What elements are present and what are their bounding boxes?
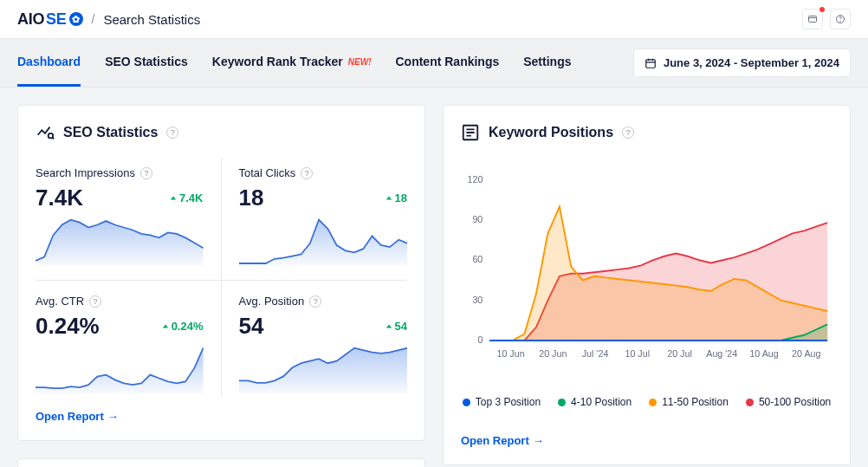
svg-point-2 — [840, 21, 841, 22]
help-tooltip-icon[interactable]: ? — [89, 295, 101, 308]
stat-main-row: 18 18 — [239, 185, 408, 211]
logo[interactable]: AIOSE✿ — [17, 10, 83, 29]
chart-legend: Top 3 Position4-10 Position11-50 Positio… — [461, 396, 832, 408]
legend-item: 11-50 Position — [649, 396, 729, 408]
svg-text:60: 60 — [472, 254, 483, 264]
logo-text-aio: AIO — [17, 10, 44, 29]
notification-dot — [819, 7, 825, 12]
svg-text:30: 30 — [472, 295, 483, 305]
tab-dashboard[interactable]: Dashboard — [17, 39, 81, 87]
sparkline — [239, 217, 408, 265]
new-badge: NEW! — [348, 57, 372, 67]
help-tooltip-icon[interactable]: ? — [140, 167, 152, 179]
tab-label: Keyword Rank Tracker — [212, 55, 343, 68]
svg-text:10 Jul: 10 Jul — [625, 348, 650, 359]
stat-cell: Avg. CTR ? 0.24% 0.24% — [36, 281, 222, 396]
open-report-text: Open Report — [461, 434, 529, 447]
legend-dot — [649, 399, 657, 406]
date-range-text: June 3, 2024 - September 1, 2024 — [664, 56, 839, 69]
stat-label-row: Total Clicks ? — [239, 166, 408, 179]
tabbar: DashboardSEO StatisticsKeyword Rank Trac… — [0, 39, 868, 88]
stat-label: Avg. Position — [239, 295, 305, 308]
stat-main-row: 7.4K 7.4K — [36, 185, 204, 211]
stat-label-row: Search Impressions ? — [36, 166, 204, 179]
svg-text:Aug '24: Aug '24 — [706, 348, 737, 359]
right-column: Keyword Positions ? 030609012010 Jun20 J… — [443, 105, 851, 467]
svg-text:90: 90 — [472, 214, 483, 224]
stat-label: Avg. CTR — [36, 295, 84, 308]
stat-cell: Total Clicks ? 18 18 — [222, 158, 408, 281]
up-arrow-icon — [385, 323, 392, 330]
svg-text:10 Aug: 10 Aug — [749, 348, 778, 359]
legend-label: Top 3 Position — [476, 396, 541, 408]
topbar: AIOSE✿ / Search Statistics — [0, 0, 868, 39]
card-header: SEO Statistics ? — [36, 123, 407, 142]
legend-item: Top 3 Position — [463, 396, 541, 408]
positions-icon — [461, 123, 480, 142]
breadcrumb-separator: / — [92, 12, 95, 26]
stat-change: 7.4K — [170, 191, 203, 204]
help-tooltip-icon[interactable]: ? — [622, 126, 634, 139]
stat-label-row: Avg. Position ? — [239, 295, 408, 308]
svg-text:20 Jun: 20 Jun — [539, 348, 567, 359]
legend-label: 4-10 Position — [571, 396, 632, 408]
sparkline — [36, 217, 204, 265]
up-arrow-icon — [162, 323, 169, 330]
stat-main-row: 0.24% 0.24% — [36, 313, 204, 340]
stat-value: 18 — [239, 185, 264, 211]
keyword-positions-chart: 030609012010 Jun20 JunJul '2410 Jul20 Ju… — [461, 158, 832, 383]
stat-change: 0.24% — [162, 320, 204, 333]
svg-text:0: 0 — [477, 334, 483, 345]
tab-keyword-rank-tracker[interactable]: Keyword Rank TrackerNEW! — [212, 39, 372, 87]
seo-statistics-card: SEO Statistics ? Search Impressions ? 7.… — [17, 105, 425, 441]
content: SEO Statistics ? Search Impressions ? 7.… — [0, 88, 868, 467]
stat-label: Total Clicks — [239, 166, 296, 179]
tabs: DashboardSEO StatisticsKeyword Rank Trac… — [17, 39, 571, 87]
help-tooltip-icon[interactable]: ? — [309, 295, 321, 308]
tab-seo-statistics[interactable]: SEO Statistics — [105, 39, 188, 87]
up-arrow-icon — [385, 195, 392, 202]
stat-value: 0.24% — [36, 313, 100, 340]
arrow-right-icon: → — [533, 434, 544, 447]
help-icon[interactable] — [830, 9, 851, 29]
tab-label: Settings — [523, 55, 571, 68]
tab-content-rankings[interactable]: Content Rankings — [395, 39, 499, 87]
stat-change: 18 — [385, 191, 407, 204]
stat-value: 7.4K — [36, 185, 83, 211]
svg-text:20 Jul: 20 Jul — [667, 348, 692, 359]
svg-rect-3 — [646, 59, 656, 67]
legend-item: 4-10 Position — [558, 396, 632, 408]
stat-cell: Avg. Position ? 54 54 — [222, 281, 408, 396]
card-title: SEO Statistics — [63, 125, 158, 140]
help-tooltip-icon[interactable]: ? — [166, 126, 178, 139]
calendar-icon — [645, 57, 657, 69]
sparkline — [239, 345, 408, 393]
stat-label-row: Avg. CTR ? — [36, 295, 204, 308]
up-arrow-icon — [170, 195, 177, 202]
notifications-icon[interactable] — [802, 9, 823, 29]
open-report-text: Open Report — [36, 410, 104, 423]
tab-label: SEO Statistics — [105, 55, 188, 68]
statistics-icon — [36, 123, 55, 142]
tab-label: Dashboard — [17, 55, 81, 68]
legend-dot — [746, 399, 754, 406]
topbar-left: AIOSE✿ / Search Statistics — [17, 10, 200, 29]
sparkline — [36, 345, 204, 393]
svg-text:10 Jun: 10 Jun — [496, 348, 524, 359]
open-report-link[interactable]: Open Report → — [36, 410, 407, 423]
svg-text:Jul '24: Jul '24 — [582, 348, 609, 359]
left-column: SEO Statistics ? Search Impressions ? 7.… — [17, 105, 425, 467]
legend-item: 50-100 Position — [746, 396, 831, 408]
topbar-right — [802, 9, 851, 29]
legend-dot — [463, 399, 470, 406]
date-range-picker[interactable]: June 3, 2024 - September 1, 2024 — [633, 49, 851, 77]
tab-settings[interactable]: Settings — [523, 39, 571, 87]
legend-dot — [558, 399, 566, 406]
tab-label: Content Rankings — [395, 55, 499, 68]
card-header: Keyword Positions ? — [461, 123, 832, 142]
svg-text:20 Aug: 20 Aug — [792, 348, 820, 359]
stat-change: 54 — [385, 320, 407, 333]
legend-label: 11-50 Position — [662, 396, 729, 408]
open-report-link[interactable]: Open Report → — [461, 434, 832, 447]
help-tooltip-icon[interactable]: ? — [301, 167, 313, 179]
